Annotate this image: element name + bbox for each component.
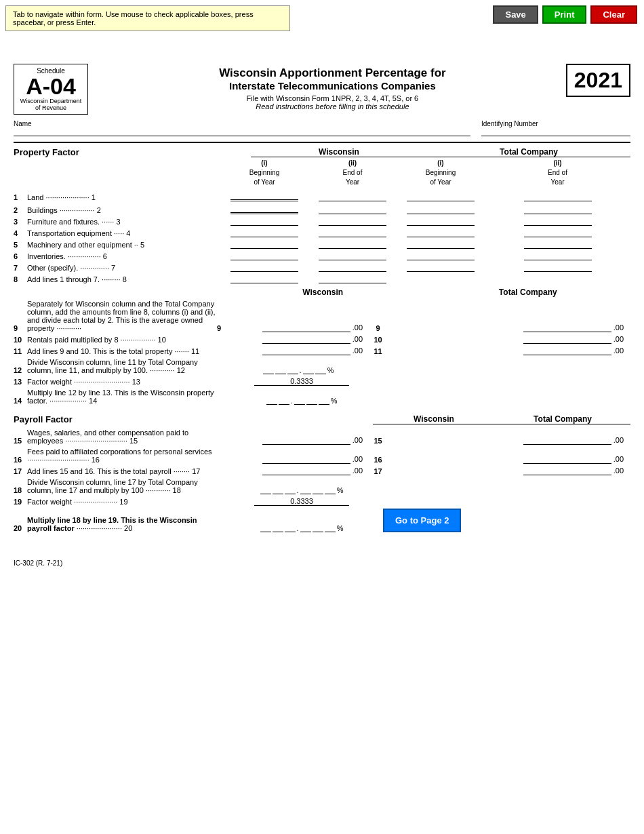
furniture-tc-ii[interactable] — [524, 217, 592, 226]
buildings-tc-i[interactable] — [407, 205, 475, 214]
line-9-num: 9 — [217, 324, 234, 332]
other-tc-ii[interactable] — [524, 263, 592, 272]
line10-tc-input[interactable] — [523, 335, 611, 344]
pct-dash1 — [263, 365, 274, 374]
name-input[interactable] — [14, 127, 470, 136]
print-button[interactable]: Print — [542, 5, 587, 24]
inventories-wi-i[interactable] — [230, 252, 298, 260]
machinery-wi-i[interactable] — [230, 240, 298, 249]
line-number: 2 — [14, 206, 27, 214]
line-number: 4 — [14, 229, 27, 237]
line14-d2 — [279, 396, 289, 405]
line17-tc-input[interactable] — [523, 466, 611, 475]
table-row: 6 Inventories. ················ 6 — [14, 252, 630, 260]
buildings-wi-i[interactable] — [230, 204, 298, 214]
pct-dash2 — [275, 365, 286, 374]
line9-tc-val: .00 — [613, 323, 624, 332]
line17-wi-val: .00 — [353, 466, 363, 475]
line-number: 20 — [14, 524, 27, 532]
line17-wi-input[interactable] — [262, 466, 350, 475]
line-19-desc: Factor weight ····················· 19 — [27, 498, 217, 506]
line11-wi-input[interactable] — [262, 346, 350, 355]
land-tc-ii[interactable] — [524, 193, 592, 201]
inventories-tc-ii[interactable] — [524, 252, 592, 260]
line-number: 18 — [14, 486, 27, 494]
line-12-row: 12 Divide Wisconsin column, line 11 by T… — [14, 358, 630, 374]
furniture-wi-ii[interactable] — [319, 217, 386, 226]
land-wi-ii[interactable] — [319, 193, 386, 201]
line-11-tc-num: 11 — [369, 347, 386, 355]
line-20-row: 20 Multiply line 18 by line 19. This is … — [14, 509, 630, 532]
line16-wi-val: .00 — [353, 455, 363, 463]
transport-wi-i[interactable] — [230, 229, 298, 237]
goto-page2-button[interactable]: Go to Page 2 — [383, 509, 461, 532]
line-number: 15 — [14, 437, 27, 445]
line9-wi-input[interactable] — [262, 323, 350, 332]
line-number: 7 — [14, 264, 27, 272]
machinery-tc-i[interactable] — [407, 240, 475, 249]
land-wi-i[interactable] — [230, 191, 298, 201]
transport-tc-ii[interactable] — [524, 229, 592, 237]
line15-wi-val: .00 — [353, 436, 363, 444]
line-14-desc: Multiply line 12 by line 13. This is the… — [27, 389, 217, 405]
furniture-tc-i[interactable] — [407, 217, 475, 226]
form-id: IC-302 (R. 7-21) — [14, 559, 62, 567]
machinery-wi-ii[interactable] — [319, 240, 386, 249]
id-input[interactable] — [481, 127, 630, 136]
line-10-tc-num: 10 — [369, 336, 386, 344]
buildings-tc-ii[interactable] — [524, 205, 592, 214]
land-tc-i[interactable] — [407, 193, 475, 201]
transport-wi-ii[interactable] — [319, 229, 386, 237]
line-number: 16 — [14, 456, 27, 464]
payroll-wi-col-title: Wisconsin — [373, 414, 495, 424]
total-wi-ii[interactable] — [319, 275, 386, 283]
property-factor-title: Property Factor — [14, 147, 79, 157]
year-box: 2021 — [566, 64, 630, 97]
pct-dash3 — [287, 365, 298, 374]
line-18-row: 18 Divide Wisconsin column, line 17 by T… — [14, 478, 630, 494]
line10-wi-val: .00 — [353, 335, 363, 343]
line14-d4 — [306, 396, 317, 405]
machinery-tc-ii[interactable] — [524, 240, 592, 249]
other-tc-i[interactable] — [407, 263, 475, 272]
furniture-wi-i[interactable] — [230, 217, 298, 226]
name-label: Name — [14, 120, 470, 127]
line-number: 1 — [14, 193, 27, 201]
line15-tc-input[interactable] — [523, 436, 611, 445]
line11-wi-val: .00 — [353, 346, 363, 355]
line-desc: Other (specify). ·············· 7 — [27, 264, 220, 272]
save-button[interactable]: Save — [493, 5, 538, 24]
line-number: 11 — [14, 347, 27, 355]
line20-d4 — [300, 523, 311, 532]
clear-button[interactable]: Clear — [590, 5, 637, 24]
line-desc: Buildings ················· 2 — [27, 206, 220, 214]
inventories-tc-i[interactable] — [407, 252, 475, 260]
line16-tc-input[interactable] — [523, 455, 611, 464]
line11-tc-input[interactable] — [523, 346, 611, 355]
line-13-desc: Factor weight ··························… — [27, 378, 217, 386]
line10-wi-input[interactable] — [262, 335, 350, 344]
inventories-wi-ii[interactable] — [319, 252, 386, 260]
line-15-desc: Wages, salaries, and other compensation … — [27, 429, 217, 445]
transport-tc-i[interactable] — [407, 229, 475, 237]
line9-tc-input[interactable] — [523, 323, 611, 332]
title-sub: Interstate Telecommunications Companies — [99, 80, 566, 92]
tc-col-i-header: (i)Beginningof Year — [397, 159, 485, 187]
line-desc: Land ····················· 1 — [27, 193, 220, 201]
total-wi-i[interactable] — [230, 275, 298, 283]
table-row: 2 Buildings ················· 2 — [14, 204, 630, 214]
line11-tc-val: .00 — [613, 346, 624, 355]
pct-dash4 — [303, 365, 314, 374]
other-wi-i[interactable] — [230, 263, 298, 272]
buildings-wi-ii[interactable] — [319, 205, 386, 214]
schedule-dept: Wisconsin Departmentof Revenue — [20, 98, 82, 111]
line10-tc-val: .00 — [613, 335, 624, 343]
line16-wi-input[interactable] — [262, 455, 350, 464]
other-wi-ii[interactable] — [319, 263, 386, 272]
hint-bar: Tab to navigate within form. Use mouse t… — [5, 5, 290, 31]
line18-d6 — [325, 485, 336, 494]
line-17-tc-num: 17 — [369, 467, 386, 475]
title-main: Wisconsin Apportionment Percentage for — [99, 66, 566, 80]
line15-wi-input[interactable] — [262, 436, 350, 445]
table-row: 8 Add lines 1 through 7. ········· 8 — [14, 275, 630, 283]
